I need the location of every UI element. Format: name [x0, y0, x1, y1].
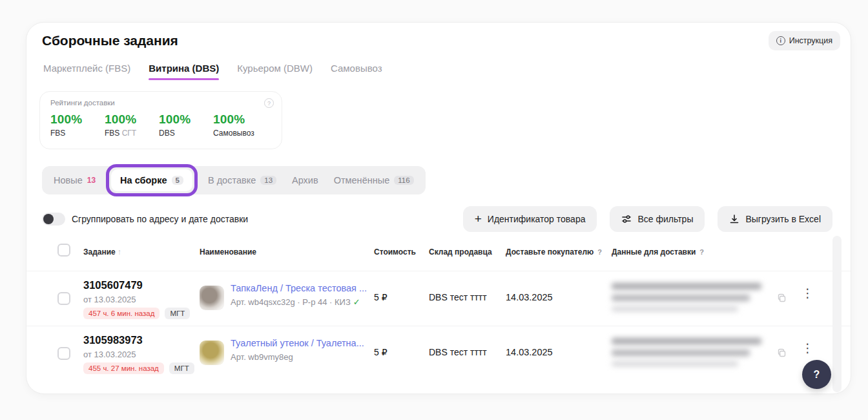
column-warehouse: Склад продавца — [429, 247, 492, 257]
task-id: 3105983973 — [83, 334, 143, 346]
status-tab-archive[interactable]: Архив — [292, 175, 318, 185]
new-count: 13 — [87, 176, 96, 185]
tab-pickup[interactable]: Самовывоз — [331, 63, 382, 80]
info-icon: i — [776, 36, 785, 45]
kiz-check-icon: ✓ — [353, 297, 360, 307]
overdue-badge: 457 ч. 6 мин. назад — [83, 308, 160, 319]
rating-pickup: 100% Самовывоз — [213, 112, 254, 138]
deliver-by-help-icon[interactable]: ? — [597, 248, 602, 256]
assembling-count: 5 — [172, 176, 183, 185]
status-tab-new[interactable]: Новые 13 — [54, 175, 96, 185]
row-menu-icon[interactable]: ⋮ — [801, 287, 814, 300]
instruction-button[interactable]: i Инструкция — [769, 31, 840, 50]
delivery-mode-tabs: Маркетплейс (FBS) Витрина (DBS) Курьером… — [43, 63, 382, 80]
rating-fbs-sgt: 100% FBS СГТ — [105, 112, 159, 138]
column-deliver-by: Доставьте покупателю? — [506, 247, 602, 257]
column-delivery-data: Данные для доставки? — [612, 247, 704, 257]
export-excel-button[interactable]: Выгрузить в Excel — [718, 206, 832, 232]
delivery-data-blurred — [612, 338, 773, 372]
table-row: 3105983973 от 13.03.2025 455 ч. 27 мин. … — [26, 326, 851, 381]
deliver-by-cell: 14.03.2025 — [506, 292, 553, 302]
task-id: 3105607479 — [83, 279, 143, 291]
rating-fbs: 100% FBS — [50, 112, 105, 138]
page-title: Сборочные задания — [42, 33, 178, 48]
toolbar-buttons: + Идентификатор товара Все фильтры Выгру… — [463, 206, 832, 232]
delivery-data-help-icon[interactable]: ? — [699, 248, 704, 256]
mgt-badge: МГТ — [169, 362, 194, 374]
table-scrollbar[interactable] — [832, 236, 842, 392]
help-fab-button[interactable]: ? — [802, 360, 831, 389]
product-link[interactable]: ТапкаЛенд / Треска тестовая ... — [231, 283, 367, 293]
status-tab-assembling[interactable]: На сборке 5 — [111, 169, 192, 191]
toggle-track[interactable] — [42, 213, 65, 226]
select-all-checkbox[interactable] — [57, 244, 70, 257]
column-price: Стоимость — [374, 247, 416, 257]
product-thumbnail — [200, 286, 224, 310]
table-toolbar: Сгруппировать по адресу и дате доставки … — [42, 206, 832, 232]
assembly-tasks-panel: Сборочные задания i Инструкция Маркетпле… — [26, 22, 851, 394]
product-thumbnail — [200, 341, 224, 365]
status-filter-tabs: Новые 13 На сборке 5 В доставке 13 Архив… — [42, 166, 426, 194]
download-icon — [729, 214, 739, 224]
ratings-help-icon[interactable]: ? — [264, 98, 274, 108]
copy-icon[interactable] — [777, 348, 787, 361]
ratings-list: 100% FBS 100% FBS СГТ 100% DBS 100% Само… — [50, 112, 273, 138]
sku-text: Арт. wb9vmy8eg — [231, 352, 293, 362]
row-menu-icon[interactable]: ⋮ — [801, 342, 814, 355]
deliver-by-cell: 14.03.2025 — [506, 347, 553, 357]
filters-icon — [621, 214, 632, 224]
delivery-data-blurred — [612, 283, 773, 317]
tab-courier-dbw[interactable]: Курьером (DBW) — [237, 63, 313, 80]
toggle-knob — [43, 214, 54, 224]
price-cell: 5 ₽ — [374, 292, 388, 302]
copy-icon[interactable] — [777, 293, 787, 306]
all-filters-button[interactable]: Все фильтры — [610, 206, 705, 232]
overdue-badge: 455 ч. 27 мин. назад — [83, 362, 164, 374]
instruction-button-label: Инструкция — [789, 36, 832, 45]
table-header: Задание↑ Наименование Стоимость Склад пр… — [26, 242, 851, 264]
product-link[interactable]: Туалетный утенок / Туалетна... — [231, 338, 364, 348]
sku-text: Арт. wb4qsxc32g · Р-р 44 · КИЗ — [231, 297, 351, 307]
column-task: Задание↑ — [83, 247, 121, 257]
tab-marketplace-fbs[interactable]: Маркетплейс (FBS) — [43, 63, 130, 80]
plus-icon: + — [475, 213, 482, 225]
status-tab-cancelled[interactable]: Отменённые 116 — [334, 175, 414, 185]
in-delivery-count: 13 — [260, 176, 276, 185]
price-cell: 5 ₽ — [374, 347, 388, 357]
rating-dbs: 100% DBS — [159, 112, 213, 138]
active-tab-underline — [149, 78, 219, 80]
task-date: от 13.03.2025 — [83, 350, 136, 359]
row-checkbox[interactable] — [57, 347, 70, 360]
group-by-address-toggle[interactable]: Сгруппировать по адресу и дате доставки — [42, 213, 248, 226]
status-tab-in-delivery[interactable]: В доставке 13 — [208, 175, 276, 185]
ratings-title: Рейтинги доставки — [50, 99, 273, 107]
product-identifier-button[interactable]: + Идентификатор товара — [463, 206, 597, 232]
row-checkbox[interactable] — [57, 292, 70, 305]
warehouse-cell: DBS тест тттт — [429, 292, 487, 302]
warehouse-cell: DBS тест тттт — [429, 347, 487, 357]
task-date: от 13.03.2025 — [83, 295, 136, 304]
cancelled-count: 116 — [394, 176, 413, 185]
column-name: Наименование — [200, 247, 256, 257]
sort-asc-icon[interactable]: ↑ — [118, 247, 121, 257]
table-row: 3105607479 от 13.03.2025 457 ч. 6 мин. н… — [26, 271, 851, 326]
mgt-badge: МГТ — [165, 308, 190, 319]
tab-vitrina-dbs[interactable]: Витрина (DBS) — [149, 63, 219, 80]
delivery-ratings-card: Рейтинги доставки ? 100% FBS 100% FBS СГ… — [39, 91, 282, 149]
group-toggle-label: Сгруппировать по адресу и дате доставки — [72, 214, 248, 224]
